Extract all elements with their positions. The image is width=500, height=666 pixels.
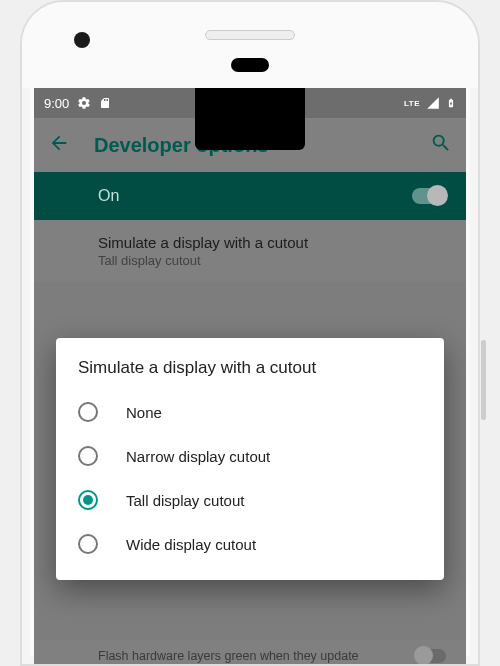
front-camera	[74, 32, 90, 48]
phone-frame: 9:00 LTE Develo	[20, 0, 480, 666]
earpiece-speaker	[205, 30, 295, 40]
device-screen: 9:00 LTE Develo	[34, 88, 466, 664]
proximity-sensor	[231, 58, 269, 72]
phone-bezel	[22, 2, 478, 88]
option-label: Narrow display cutout	[126, 448, 270, 465]
cutout-dialog: Simulate a display with a cutout None Na…	[56, 338, 444, 580]
radio-icon	[78, 534, 98, 554]
option-label: None	[126, 404, 162, 421]
option-label: Wide display cutout	[126, 536, 256, 553]
option-none[interactable]: None	[56, 390, 444, 434]
radio-icon	[78, 446, 98, 466]
option-narrow[interactable]: Narrow display cutout	[56, 434, 444, 478]
radio-icon	[78, 402, 98, 422]
option-wide[interactable]: Wide display cutout	[56, 522, 444, 566]
option-label: Tall display cutout	[126, 492, 244, 509]
option-tall[interactable]: Tall display cutout	[56, 478, 444, 522]
phone-side-button	[481, 340, 486, 420]
dialog-title: Simulate a display with a cutout	[56, 358, 444, 390]
radio-icon-selected	[78, 490, 98, 510]
